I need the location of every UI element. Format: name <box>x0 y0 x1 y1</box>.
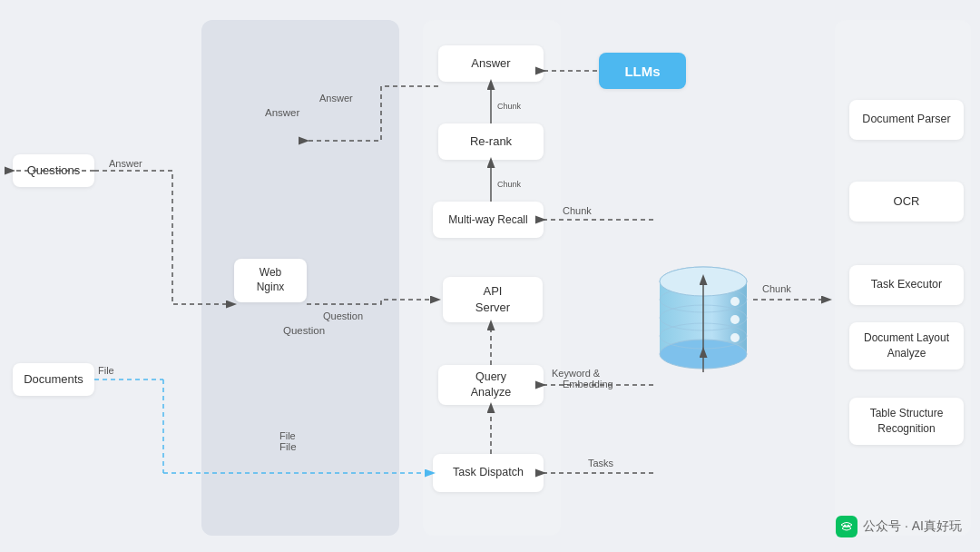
task-dispatch-box: Task Dispatch <box>433 454 544 492</box>
svg-point-8 <box>730 315 740 324</box>
svg-point-7 <box>730 297 740 306</box>
diagram-container: Questions Documents Web Nginx Answer Que… <box>0 0 980 552</box>
answer-box: Answer <box>438 45 544 82</box>
svg-text:Chunk: Chunk <box>563 205 592 216</box>
question-label-midleft: Question <box>283 325 325 336</box>
ocr-box: OCR <box>849 182 964 222</box>
svg-text:Answer: Answer <box>109 158 142 169</box>
file-label-midleft: File <box>279 441 297 452</box>
svg-text:Embedding: Embedding <box>563 379 613 389</box>
questions-box: Questions <box>13 154 94 187</box>
svg-point-2 <box>660 340 747 369</box>
documents-box: Documents <box>13 363 94 396</box>
svg-point-6 <box>660 267 747 296</box>
doc-layout-analyze-box: Document LayoutAnalyze <box>849 322 964 370</box>
database-cylinder <box>653 254 753 372</box>
llms-box: LLMs <box>599 53 686 89</box>
rerank-box: Re-rank <box>438 123 544 160</box>
svg-text:File: File <box>98 365 114 376</box>
svg-text:Chunk: Chunk <box>762 283 791 294</box>
multiway-recall-box: Multi-way Recall <box>433 202 544 238</box>
watermark: 公众号 · AI真好玩 <box>836 516 962 537</box>
svg-text:Tasks: Tasks <box>588 458 614 468</box>
task-executor-box: Task Executor <box>849 265 964 305</box>
watermark-text: 公众号 · AI真好玩 <box>863 518 962 535</box>
web-nginx-box: Web Nginx <box>234 259 307 302</box>
api-server-box: API Server <box>443 277 543 322</box>
table-structure-box: Table StructureRecognition <box>849 398 964 445</box>
answer-label-midleft: Answer <box>265 107 299 118</box>
wechat-icon <box>836 516 858 537</box>
svg-point-9 <box>730 333 740 342</box>
document-parser-box: Document Parser <box>849 100 964 140</box>
query-analyze-box: QueryAnalyze <box>438 365 544 405</box>
